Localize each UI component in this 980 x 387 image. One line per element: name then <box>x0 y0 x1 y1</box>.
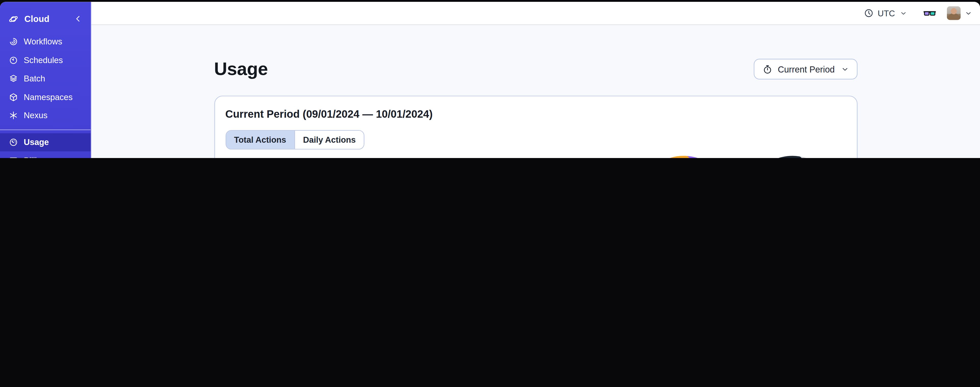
sidebar-item-label: Namespaces <box>24 93 73 102</box>
cloud-logo-icon <box>8 14 19 24</box>
chevron-down-icon <box>841 66 848 73</box>
collapse-sidebar-icon[interactable] <box>74 14 83 23</box>
total-actions-donut: 4.7 MMTotal Actions <box>637 156 730 158</box>
actions-tab-group: Total ActionsDaily Actions <box>225 130 364 150</box>
usage-gauge-icon <box>8 138 18 147</box>
usage-card-title: Current Period (09/01/2024 — 10/01/2024) <box>225 96 846 121</box>
clock-icon <box>864 8 874 18</box>
sidebar-group: UsageBillingSettings <box>0 129 91 158</box>
avatar <box>947 6 961 20</box>
screen: Cloud WorkflowsSchedulesBatchNamespacesN… <box>0 0 980 158</box>
app-window: Cloud WorkflowsSchedulesBatchNamespacesN… <box>0 2 980 158</box>
sidebar-item-label: Schedules <box>24 55 63 65</box>
sidebar-item-schedules[interactable]: Schedules <box>0 51 91 69</box>
total-storage-donut: 0 GB/DayTotal Storage <box>745 156 839 158</box>
tab-total-actions[interactable]: Total Actions <box>226 131 294 149</box>
period-selector-button[interactable]: Current Period <box>754 59 857 79</box>
sidebar-item-namespaces[interactable]: Namespaces <box>0 88 91 106</box>
glasses-icon <box>923 6 936 20</box>
sidebar-item-batch[interactable]: Batch <box>0 69 91 88</box>
page-title: Usage <box>214 59 268 79</box>
chevron-down-icon <box>965 10 972 17</box>
sidebar-brand[interactable]: Cloud <box>0 8 91 29</box>
sidebar-group: WorkflowsSchedulesBatchNamespacesNexus <box>0 29 91 129</box>
workflows-icon <box>8 37 18 46</box>
sidebar-item-label: Nexus <box>24 111 48 120</box>
stopwatch-icon <box>763 64 773 74</box>
sidebar-item-workflows[interactable]: Workflows <box>0 32 91 51</box>
sidebar-item-label: Batch <box>24 74 45 83</box>
feedback-glasses-button[interactable] <box>923 6 936 20</box>
sidebar-item-usage[interactable]: Usage <box>0 133 91 151</box>
sidebar-item-billing[interactable]: Billing <box>0 151 91 158</box>
usage-summary-card: Current Period (09/01/2024 — 10/01/2024)… <box>214 96 857 158</box>
period-selector-label: Current Period <box>778 64 835 74</box>
namespaces-icon <box>8 93 18 102</box>
sidebar: Cloud WorkflowsSchedulesBatchNamespacesN… <box>0 2 91 158</box>
sidebar-brand-label: Cloud <box>24 14 68 24</box>
timezone-label: UTC <box>878 8 895 18</box>
timezone-selector[interactable]: UTC <box>864 8 907 18</box>
billing-card-icon <box>8 156 18 158</box>
content: Usage Current Period Current Period (09/… <box>91 25 980 158</box>
sidebar-item-label: Usage <box>24 138 49 147</box>
tab-daily-actions[interactable]: Daily Actions <box>294 131 364 149</box>
batch-icon <box>8 74 18 83</box>
nexus-icon <box>8 111 18 120</box>
sidebar-nav: WorkflowsSchedulesBatchNamespacesNexusUs… <box>0 29 91 158</box>
sidebar-item-nexus[interactable]: Nexus <box>0 106 91 125</box>
sidebar-item-label: Billing <box>24 156 46 158</box>
sidebar-item-label: Workflows <box>24 37 62 46</box>
account-menu[interactable] <box>947 6 972 20</box>
page-head: Usage Current Period <box>214 59 857 79</box>
schedules-icon <box>8 55 18 65</box>
top-bar: UTC <box>91 2 980 25</box>
chevron-down-icon <box>900 10 907 17</box>
